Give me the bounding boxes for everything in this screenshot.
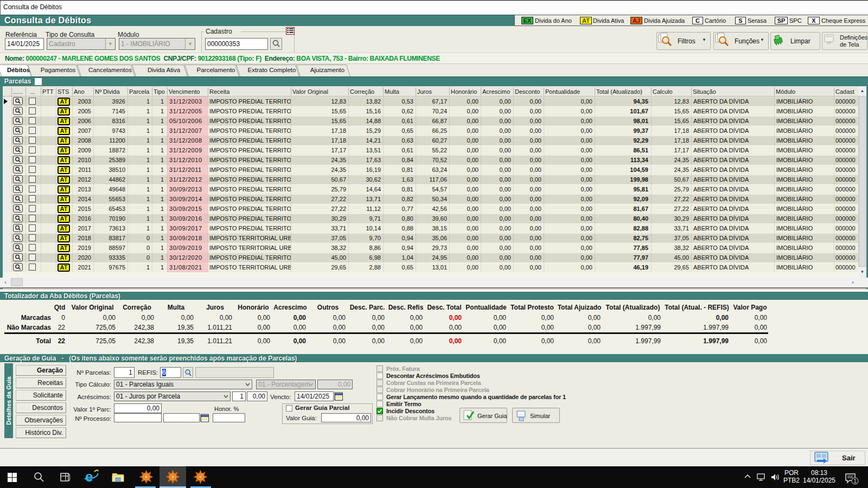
svg-text:e: e	[85, 468, 93, 485]
svg-text:1: 1	[853, 478, 857, 484]
